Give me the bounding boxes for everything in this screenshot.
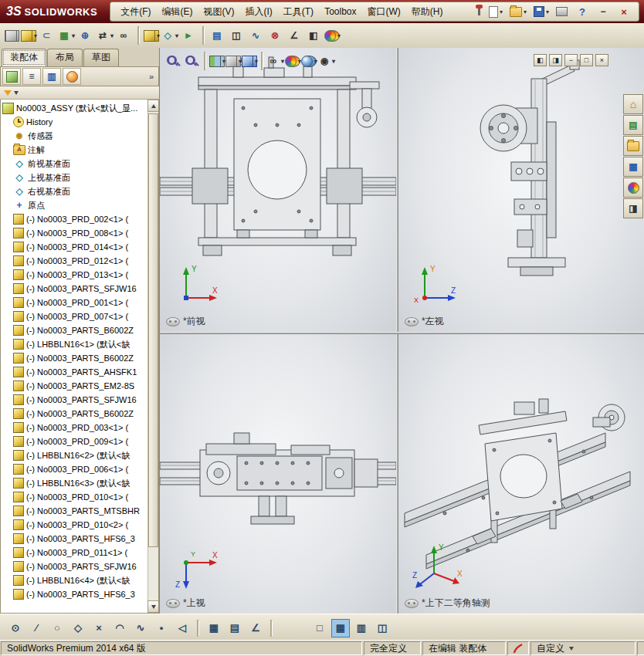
- move-component-icon[interactable]: ⇄ ▾: [97, 29, 114, 42]
- view-palette-tab[interactable]: ▦: [623, 157, 643, 177]
- tree-item[interactable]: A 注解: [2, 143, 148, 157]
- print-button[interactable]: [554, 2, 571, 22]
- smart-dimension-icon[interactable]: ⊙: [6, 619, 25, 637]
- linear-component-pattern-icon[interactable]: ▦ ▾: [58, 29, 75, 42]
- split-vertical-button[interactable]: ◨: [549, 54, 562, 66]
- help-button[interactable]: ?: [574, 2, 592, 22]
- menu-item[interactable]: Toolbox: [319, 5, 361, 19]
- tree-item[interactable]: (-) LHBBLN16<1> (默认<缺: [2, 337, 148, 351]
- tree-scrollbar[interactable]: [147, 100, 158, 613]
- separator[interactable]: [204, 52, 206, 70]
- scroll-up-button[interactable]: [147, 100, 159, 112]
- display-manager-tab[interactable]: [63, 68, 81, 85]
- horizontal-splitter[interactable]: [160, 332, 644, 334]
- viewport-top-pane[interactable]: X Z Y *上视: [160, 334, 396, 614]
- menu-item[interactable]: 文件(F): [115, 4, 156, 20]
- menu-item[interactable]: 视图(V): [198, 4, 239, 20]
- circle-icon[interactable]: ○: [48, 619, 66, 637]
- viewport-left-pane[interactable]: Y Z X *左视: [398, 48, 644, 332]
- bill-of-materials-icon[interactable]: ▤: [209, 29, 226, 42]
- quick-snaps-icon[interactable]: ▤: [225, 619, 244, 637]
- viewport-link-button[interactable]: ◫: [373, 619, 391, 637]
- custom-dropdown-icon[interactable]: [569, 647, 574, 651]
- view-settings-icon[interactable]: ◉ ▾: [318, 54, 335, 68]
- command-tab[interactable]: 装配体: [2, 49, 46, 66]
- design-library-tab[interactable]: ▤: [623, 115, 643, 135]
- tree-item[interactable]: (-) No0003_PRD_012<1> (: [2, 254, 148, 268]
- separator[interactable]: [197, 620, 199, 637]
- tree-item[interactable]: (-) No0003_PARTS_B6002Z: [2, 407, 148, 421]
- insert-components-icon[interactable]: ▾: [22, 30, 36, 42]
- angle-snap-icon[interactable]: ∠: [246, 619, 265, 637]
- assembly-features-icon[interactable]: ▾: [144, 30, 159, 42]
- filter-funnel-icon[interactable]: [4, 90, 12, 96]
- interference-detection-icon[interactable]: ⊗: [267, 29, 284, 42]
- close-app-button[interactable]: ×: [615, 2, 634, 22]
- tree-item[interactable]: (-) No0003_PARTS_SFJW16: [2, 560, 148, 573]
- new-motion-study-icon[interactable]: ►: [181, 29, 198, 42]
- apply-scene-icon[interactable]: ▾: [302, 56, 317, 67]
- vertical-splitter[interactable]: [396, 48, 398, 614]
- zoom-fit-icon[interactable]: [164, 54, 181, 68]
- tree-item[interactable]: ◇ 上视基准面: [2, 171, 148, 184]
- restore-document-button[interactable]: □: [580, 54, 593, 66]
- scroll-down-button[interactable]: [147, 600, 159, 613]
- tree-item[interactable]: (-) No0003_PRD_013<1> (: [2, 268, 148, 282]
- tree-item[interactable]: (-) No0003_PARTS_HFS6_3: [2, 532, 148, 546]
- tree-item[interactable]: (-) LHBBLN16<2> (默认<缺: [2, 448, 148, 462]
- tree-root-item[interactable]: No0003_ASSY (默认<默认_显...: [2, 101, 148, 115]
- tree-item[interactable]: (-) No0003_PRD_002<1> (: [2, 212, 148, 226]
- appearances-icon[interactable]: ▾: [325, 30, 340, 42]
- custom-properties-tab[interactable]: ◨: [623, 198, 643, 218]
- section-view-icon[interactable]: ▾: [210, 56, 225, 67]
- trim-entities-icon[interactable]: ×: [90, 619, 108, 637]
- view-orientation-icon[interactable]: ▾: [226, 56, 241, 67]
- point-icon[interactable]: •: [152, 619, 171, 637]
- measure-icon[interactable]: ∠: [286, 29, 303, 42]
- scrollbar-thumb[interactable]: [148, 113, 158, 547]
- filter-dropdown-icon[interactable]: [14, 91, 19, 95]
- menu-item[interactable]: 帮助(H): [406, 4, 449, 20]
- viewport-front-pane[interactable]: Y X *前视: [160, 48, 396, 332]
- edit-component-icon[interactable]: [5, 30, 19, 42]
- polygon-icon[interactable]: ◇: [69, 619, 87, 637]
- edit-appearance-icon[interactable]: ▾: [286, 56, 300, 67]
- save-button[interactable]: ▾: [531, 2, 551, 22]
- tree-item[interactable]: (-) No0003_PARTS_B6002Z: [2, 323, 148, 337]
- separator[interactable]: [137, 26, 140, 45]
- menu-item[interactable]: 编辑(E): [156, 4, 198, 20]
- zoom-area-icon[interactable]: [183, 54, 200, 68]
- tree-item[interactable]: (-) No0003_PARTS_HFS6_3: [2, 587, 148, 601]
- tree-item[interactable]: (-) No0003_PRD_010<2> (: [2, 518, 148, 532]
- spline-icon[interactable]: ∿: [131, 619, 150, 637]
- tree-item[interactable]: (-) No0003_PARTS_B6002Z: [2, 351, 148, 365]
- separator[interactable]: [261, 52, 263, 70]
- tree-item[interactable]: (-) No0003_PRD_011<1> (: [2, 546, 148, 560]
- explode-line-sketch-icon[interactable]: ∿: [248, 29, 265, 42]
- command-tab[interactable]: 草图: [83, 49, 119, 66]
- menu-item[interactable]: 工具(T): [278, 4, 319, 20]
- command-tab[interactable]: 布局: [47, 49, 83, 66]
- reference-geometry-icon[interactable]: ◇ ▾: [161, 29, 178, 42]
- tree-item[interactable]: (-) No0003_PRD_003<1> (: [2, 421, 148, 435]
- section-properties-icon[interactable]: ◧: [306, 29, 323, 42]
- minimize-document-button[interactable]: −: [564, 54, 578, 66]
- file-explorer-tab[interactable]: [623, 136, 643, 156]
- tree-item[interactable]: (-) LHBBLN16<3> (默认<缺: [2, 476, 148, 490]
- minimize-app-button[interactable]: −: [595, 2, 613, 22]
- configuration-manager-tab[interactable]: ▥: [42, 68, 61, 85]
- close-document-button[interactable]: ×: [595, 54, 608, 66]
- tree-item[interactable]: History: [2, 115, 148, 129]
- tree-item[interactable]: (-) No0003_PARTS_SFJW16: [2, 282, 148, 296]
- tree-item[interactable]: (-) No0003_PARTS_EM2-8S: [2, 379, 148, 393]
- separator[interactable]: [202, 26, 205, 45]
- tree-item[interactable]: (-) No0003_PRD_009<1> (: [2, 435, 148, 448]
- tree-item[interactable]: (-) No0003_PRD_010<1> (: [2, 490, 148, 504]
- show-hidden-components-icon[interactable]: ∞: [116, 29, 133, 42]
- tree-item[interactable]: (-) No0003_PARTS_SFJW16: [2, 393, 148, 407]
- mirror-entities-icon[interactable]: ◁: [173, 619, 192, 637]
- tree-item[interactable]: ◉ 传感器: [2, 129, 148, 143]
- menu-item[interactable]: 插入(I): [239, 4, 277, 20]
- tree-item[interactable]: (-) No0003_PRD_007<1> (: [2, 309, 148, 323]
- tree-item[interactable]: (-) No0003_PRD_001<1> (: [2, 296, 148, 309]
